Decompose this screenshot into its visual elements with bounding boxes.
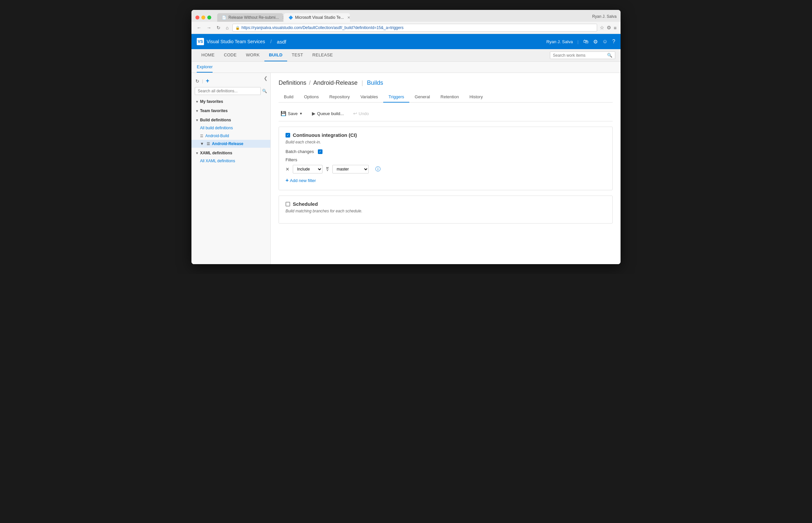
sidebar-section-header-my-favorites[interactable]: ▼ My favorites bbox=[191, 97, 270, 106]
breadcrumb-separator: / bbox=[309, 79, 311, 86]
sidebar-item-android-build[interactable]: ☰ Android-Build bbox=[191, 132, 270, 140]
sidebar-refresh-button[interactable]: ↻ bbox=[195, 78, 200, 84]
back-button[interactable]: ← bbox=[195, 24, 203, 31]
reload-button[interactable]: ↻ bbox=[215, 24, 222, 31]
tab-triggers[interactable]: Triggers bbox=[383, 92, 409, 103]
tab-2-icon: 🔷 bbox=[289, 16, 293, 20]
tab-1[interactable]: 📄 Release Without Re-submi... ✕ bbox=[217, 13, 283, 22]
all-build-label: All build definitions bbox=[200, 126, 233, 130]
search-work-items-container: 🔍 bbox=[550, 51, 615, 59]
help-icon[interactable]: ? bbox=[612, 39, 615, 44]
filter-remove-button[interactable]: ✕ bbox=[286, 166, 290, 172]
sidebar-section-header-xaml-definitions[interactable]: ▼ XAML definitions bbox=[191, 149, 270, 157]
gear-icon[interactable]: ⚙ bbox=[593, 39, 598, 45]
sidebar-collapse-button[interactable]: ❮ bbox=[264, 75, 268, 81]
tab-history[interactable]: History bbox=[464, 92, 488, 103]
tab-2-label: Microsoft Visual Studio Te... bbox=[295, 15, 344, 20]
user-badge: Ryan J. Salva bbox=[592, 14, 617, 21]
tab-2-close[interactable]: ✕ bbox=[347, 16, 350, 20]
nav-home[interactable]: HOME bbox=[197, 49, 219, 61]
scheduled-checkbox[interactable] bbox=[286, 202, 290, 206]
maximize-button[interactable] bbox=[207, 16, 211, 19]
search-icon: 🔍 bbox=[607, 53, 612, 58]
settings-icon[interactable]: ⚙ bbox=[607, 25, 611, 31]
tab-2[interactable]: 🔷 Microsoft Visual Studio Te... ✕ bbox=[284, 13, 350, 22]
sidebar-section-xaml-definitions: ▼ XAML definitions All XAML definitions bbox=[191, 149, 270, 165]
ci-title-text: Continuous integration (CI) bbox=[293, 132, 357, 138]
tab-general[interactable]: General bbox=[409, 92, 435, 103]
ci-checkbox[interactable]: ✓ bbox=[286, 133, 290, 138]
close-button[interactable] bbox=[195, 16, 200, 19]
build-definitions-label: Build definitions bbox=[200, 118, 231, 122]
emoji-icon[interactable]: ☺ bbox=[602, 39, 608, 44]
branch-icon: ⚧ bbox=[326, 167, 329, 172]
queue-icon: ▶ bbox=[312, 111, 315, 116]
browser-window: 📄 Release Without Re-submi... ✕ 🔷 Micros… bbox=[191, 10, 621, 264]
sidebar-search: 🔍 bbox=[191, 87, 270, 97]
tab-bar: Build Options Repository Variables Trigg… bbox=[279, 92, 612, 103]
my-favorites-label: My favorites bbox=[200, 99, 223, 104]
sidebar-item-all-build[interactable]: All build definitions bbox=[191, 124, 270, 132]
traffic-lights bbox=[195, 16, 211, 19]
tab-variables[interactable]: Variables bbox=[355, 92, 383, 103]
sidebar-section-header-team-favorites[interactable]: ▼ Team favorites bbox=[191, 107, 270, 115]
menu-icon[interactable]: ≡ bbox=[614, 25, 617, 31]
bag-icon[interactable]: 🛍 bbox=[583, 39, 589, 44]
android-release-icon: ☰ bbox=[207, 142, 210, 146]
tab-options[interactable]: Options bbox=[299, 92, 324, 103]
undo-label: Undo bbox=[359, 111, 369, 116]
nav-work[interactable]: WORK bbox=[241, 49, 264, 61]
sub-nav-explorer[interactable]: Explorer bbox=[197, 62, 212, 73]
save-button[interactable]: 💾 Save ▼ bbox=[279, 110, 305, 117]
vsts-header-right: Ryan J. Salva | 🛍 ⚙ ☺ ? bbox=[546, 39, 615, 45]
nav-code[interactable]: CODE bbox=[219, 49, 241, 61]
nav-test[interactable]: TEST bbox=[287, 49, 308, 61]
xaml-definitions-label: XAML definitions bbox=[200, 151, 232, 155]
vsts-separator-line: | bbox=[577, 39, 578, 44]
tab-retention[interactable]: Retention bbox=[435, 92, 464, 103]
sub-nav: Explorer bbox=[191, 62, 621, 73]
sidebar-section-header-build-definitions[interactable]: ▼ Build definitions bbox=[191, 116, 270, 124]
sidebar-section-my-favorites: ▼ My favorites bbox=[191, 97, 270, 106]
batch-changes-row: Batch changes ✓ bbox=[286, 149, 606, 154]
batch-changes-checkbox[interactable]: ✓ bbox=[318, 149, 323, 154]
scheduled-section-title: Scheduled bbox=[286, 201, 606, 207]
sidebar-item-all-xaml[interactable]: All XAML definitions bbox=[191, 157, 270, 165]
forward-button[interactable]: → bbox=[205, 24, 212, 31]
sidebar: ❮ ↻ | + 🔍 ▼ My favorites ▼ bbox=[191, 73, 271, 264]
ssl-icon: 🔒 bbox=[235, 26, 240, 30]
tab-repository[interactable]: Repository bbox=[324, 92, 355, 103]
sidebar-item-android-release[interactable]: ▼ ☰ Android-Release bbox=[191, 140, 270, 148]
undo-button[interactable]: ↩ Undo bbox=[351, 110, 371, 117]
filter-branch-select[interactable]: master bbox=[332, 165, 369, 174]
vsts-project[interactable]: asdf bbox=[277, 39, 286, 44]
minimize-button[interactable] bbox=[201, 16, 205, 19]
breadcrumb-builds-link[interactable]: Builds bbox=[367, 79, 383, 86]
sidebar-section-build-definitions: ▼ Build definitions All build definition… bbox=[191, 116, 270, 148]
filter-type-select[interactable]: Include Exclude bbox=[293, 165, 323, 174]
android-build-label: Android-Build bbox=[205, 133, 229, 138]
nav-build[interactable]: BUILD bbox=[264, 49, 287, 61]
tab-build[interactable]: Build bbox=[279, 92, 299, 103]
scheduled-section: Scheduled Build matching branches for ea… bbox=[279, 196, 612, 223]
search-work-items-input[interactable] bbox=[553, 53, 606, 58]
info-icon[interactable]: ⓘ bbox=[375, 166, 381, 173]
save-icon: 💾 bbox=[280, 111, 286, 116]
android-build-icon: ☰ bbox=[200, 134, 203, 138]
tab-1-icon: 📄 bbox=[222, 16, 226, 20]
tab-1-close[interactable]: ✕ bbox=[282, 16, 283, 20]
bookmark-icon[interactable]: ☆ bbox=[600, 25, 604, 31]
team-favorites-label: Team favorites bbox=[200, 108, 228, 113]
sidebar-search-input[interactable] bbox=[195, 87, 261, 95]
add-new-filter-button[interactable]: + Add new filter bbox=[286, 176, 316, 185]
android-release-label: Android-Release bbox=[212, 142, 243, 146]
save-dropdown-icon: ▼ bbox=[299, 112, 303, 115]
nav-release[interactable]: RELEASE bbox=[308, 49, 338, 61]
address-bar[interactable]: 🔒 https://ryanjsalva.visualstudio.com/De… bbox=[232, 24, 597, 32]
home-button[interactable]: ⌂ bbox=[224, 24, 230, 31]
queue-build-button[interactable]: ▶ Queue build... bbox=[310, 110, 346, 117]
vsts-username: Ryan J. Salva bbox=[546, 39, 573, 44]
vsts-logo: VS Visual Studio Team Services / asdf bbox=[197, 38, 286, 45]
sidebar-add-button[interactable]: + bbox=[206, 77, 209, 85]
breadcrumb-definitions-link[interactable]: Definitions bbox=[279, 79, 306, 86]
